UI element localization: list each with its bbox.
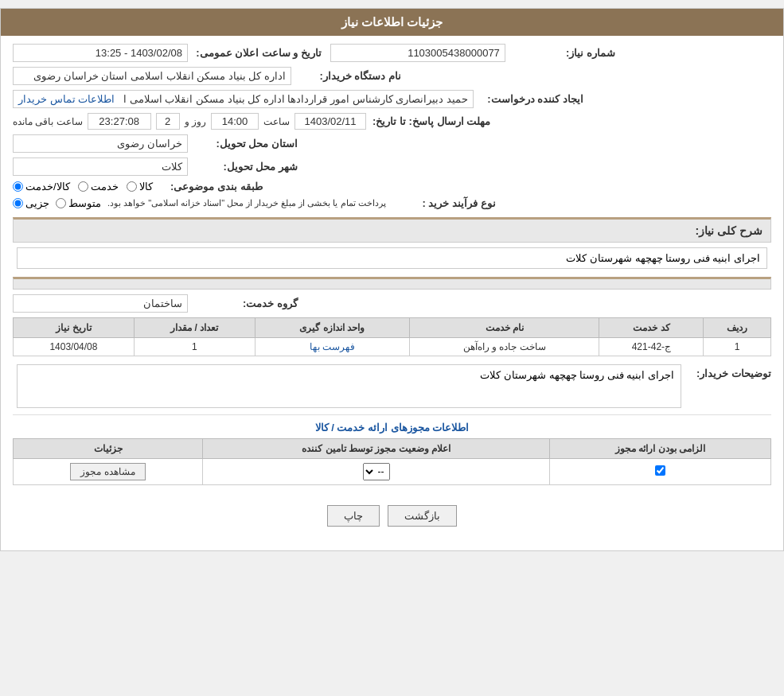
page-header: جزئیات اطلاعات نیاز — [1, 9, 783, 36]
need-desc-box: اجرای ابنیه فنی روستا چهچهه شهرستان کلات — [17, 247, 767, 269]
service-group-label: گروه خدمت: — [194, 297, 298, 309]
deadline-time: 14:00 — [211, 113, 259, 130]
buyer-org-value: اداره کل بنیاد مسکن انقلاب اسلامی استان … — [13, 67, 291, 85]
permit-col-status: اعلام وضعیت مجوز توسط تامین کننده — [203, 439, 550, 459]
category-goods-label: کالا — [139, 181, 153, 192]
deadline-remaining: 23:27:08 — [88, 113, 151, 130]
deadline-label: مهلت ارسال پاسخ: تا تاریخ: — [372, 115, 490, 127]
time-label: ساعت — [263, 116, 290, 127]
category-service-label: خدمت — [91, 181, 119, 192]
deadline-date: 1403/02/11 — [294, 113, 366, 130]
category-row: طبقه بندی موضوعی: کالا خدمت کالا/خدمت — [13, 181, 771, 192]
need-desc-value: اجرای ابنیه فنی روستا چهچهه شهرستان کلات — [566, 252, 760, 264]
category-goods-service-radio[interactable] — [13, 181, 23, 192]
purchase-partial-label: جزیی — [25, 197, 49, 209]
announcement-label: تاریخ و ساعت اعلان عمومی: — [194, 47, 322, 59]
category-options: کالا خدمت کالا/خدمت — [13, 181, 153, 192]
purchase-medium-label: متوسط — [68, 197, 101, 209]
province-row: استان محل تحویل: خراسان رضوی — [13, 134, 771, 153]
requester-value: حمید دبیرانصاری کارشناس امور قراردادها ا… — [13, 90, 474, 108]
requester-label: ایجاد کننده درخواست: — [480, 93, 583, 105]
province-value: خراسان رضوی — [13, 134, 188, 153]
permit-required-cell — [549, 459, 770, 485]
divider — [13, 414, 771, 415]
table-row: 1 ج-42-421 ساخت جاده و راه‌آهن فهرست بها… — [14, 338, 771, 356]
province-label: استان محل تحویل: — [194, 138, 298, 150]
permit-title: اطلاعات مجوزهای ارائه خدمت / کالا — [13, 422, 771, 434]
main-container: جزئیات اطلاعات نیاز شماره نیاز: 11030054… — [0, 8, 784, 551]
category-service-option[interactable]: خدمت — [78, 181, 119, 192]
col-row-num: ردیف — [704, 318, 771, 338]
cell-service-name: ساخت جاده و راه‌آهن — [410, 338, 599, 356]
buyer-notes-value: اجرای ابنیه فنی روستا چهچهه شهرستان کلات — [480, 369, 674, 381]
info-section: شماره نیاز: 1103005438000077 تاریخ و ساع… — [1, 36, 783, 550]
purchase-type-note: پرداخت تمام یا بخشی از مبلغ خریدار از مح… — [107, 198, 386, 208]
permit-col-required: الزامی بودن ارائه مجوز — [549, 439, 770, 459]
col-unit: واحد اندازه گیری — [255, 318, 409, 338]
requester-row: ایجاد کننده درخواست: حمید دبیرانصاری کار… — [13, 90, 771, 108]
deadline-row: مهلت ارسال پاسخ: تا تاریخ: 1403/02/11 سا… — [13, 113, 771, 130]
col-quantity: تعداد / مقدار — [134, 318, 255, 338]
category-goods-option[interactable]: کالا — [127, 181, 153, 192]
category-label: طبقه بندی موضوعی: — [159, 181, 263, 192]
buyer-org-row: نام دستگاه خریدار: اداره کل بنیاد مسکن ا… — [13, 67, 771, 85]
deadline-days: 2 — [156, 113, 180, 130]
view-permit-button[interactable]: مشاهده مجوز — [70, 463, 145, 480]
permit-status-select[interactable]: -- — [363, 463, 390, 480]
days-label: روز و — [185, 116, 206, 127]
announcement-value: 1403/02/08 - 13:25 — [13, 44, 188, 62]
cell-service-code: ج-42-421 — [599, 338, 704, 356]
permit-table: الزامی بودن ارائه مجوز اعلام وضعیت مجوز … — [13, 438, 771, 485]
buyer-org-label: نام دستگاه خریدار: — [298, 70, 401, 82]
purchase-type-options: پرداخت تمام یا بخشی از مبلغ خریدار از مح… — [13, 197, 386, 209]
print-button[interactable]: چاپ — [327, 505, 380, 527]
buyer-notes-label: توضیحات خریدار: — [692, 364, 771, 379]
cell-quantity: 1 — [134, 338, 255, 356]
purchase-medium-option[interactable]: متوسط — [56, 197, 101, 209]
cell-unit[interactable]: فهرست بها — [255, 338, 409, 356]
permit-required-checkbox[interactable] — [655, 465, 665, 476]
cell-row-num: 1 — [704, 338, 771, 356]
need-number-row: شماره نیاز: 1103005438000077 تاریخ و ساع… — [13, 44, 771, 62]
back-button[interactable]: بازگشت — [388, 505, 457, 527]
deadline-fields: 1403/02/11 ساعت 14:00 روز و 2 23:27:08 س… — [13, 113, 366, 130]
need-number-label: شماره نیاز: — [512, 47, 615, 59]
cell-date: 1403/04/08 — [14, 338, 135, 356]
col-service-code: کد خدمت — [599, 318, 704, 338]
col-service-name: نام خدمت — [410, 318, 599, 338]
permit-col-details: جزئیات — [14, 439, 203, 459]
permit-details-cell: مشاهده مجوز — [14, 459, 203, 485]
col-date: تاریخ نیاز — [14, 318, 135, 338]
category-goods-service-option[interactable]: کالا/خدمت — [13, 181, 70, 192]
permit-table-row: -- مشاهده مجوز — [14, 459, 771, 485]
purchase-partial-option[interactable]: جزیی — [13, 197, 49, 209]
service-group-row: گروه خدمت: ساختمان — [13, 294, 771, 313]
services-table: ردیف کد خدمت نام خدمت واحد اندازه گیری ت… — [13, 317, 771, 356]
purchase-type-label: نوع فرآیند خرید : — [392, 197, 496, 209]
buyer-notes-box: اجرای ابنیه فنی روستا چهچهه شهرستان کلات — [17, 364, 681, 408]
city-label: شهر محل تحویل: — [194, 161, 298, 173]
purchase-partial-radio[interactable] — [13, 198, 23, 208]
city-value: کلات — [13, 157, 188, 176]
need-desc-row: اجرای ابنیه فنی روستا چهچهه شهرستان کلات — [13, 247, 771, 269]
page-title: جزئیات اطلاعات نیاز — [341, 15, 443, 29]
need-desc-title: شرح کلی نیاز: — [13, 217, 771, 243]
city-row: شهر محل تحویل: کلات — [13, 157, 771, 176]
requester-name: حمید دبیرانصاری کارشناس امور قراردادها ا… — [123, 93, 468, 105]
buyer-notes-content: اجرای ابنیه فنی روستا چهچهه شهرستان کلات — [13, 364, 685, 408]
category-goods-service-label: کالا/خدمت — [25, 181, 70, 192]
category-goods-radio[interactable] — [127, 181, 137, 192]
remaining-label: ساعت باقی مانده — [13, 116, 83, 127]
category-service-radio[interactable] — [78, 181, 88, 192]
need-desc-content: اجرای ابنیه فنی روستا چهچهه شهرستان کلات — [13, 247, 771, 269]
service-group-value: ساختمان — [13, 294, 188, 313]
permit-status-cell: -- — [203, 459, 550, 485]
buyer-notes-row: توضیحات خریدار: اجرای ابنیه فنی روستا چه… — [13, 364, 771, 408]
services-title — [13, 277, 771, 290]
purchase-medium-radio[interactable] — [56, 198, 66, 208]
purchase-type-row: نوع فرآیند خرید : پرداخت تمام یا بخشی از… — [13, 197, 771, 209]
requester-link[interactable]: اطلاعات تماس خریدار — [18, 93, 115, 105]
need-number-value: 1103005438000077 — [330, 44, 505, 62]
action-buttons: بازگشت چاپ — [13, 493, 771, 542]
